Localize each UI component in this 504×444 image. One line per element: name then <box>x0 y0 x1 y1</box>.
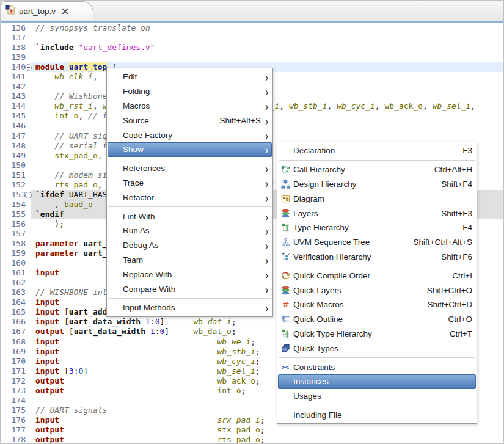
menu-item-edit[interactable]: Edit› <box>108 70 272 84</box>
line-number: 161 <box>1 268 27 278</box>
code-token: wb_clk_i <box>54 72 93 81</box>
tab-close-icon[interactable] <box>62 8 68 15</box>
tab-uart-top-v[interactable]: v uart_top.v <box>1 1 93 20</box>
menu-icon-slot <box>111 241 122 250</box>
menu-item-code-factory[interactable]: Code Factory› <box>108 128 272 142</box>
menu-item-quick-outline[interactable]: Quick OutlineCtrl+O <box>278 312 476 327</box>
code-token: input <box>35 268 59 277</box>
menu-item-type-hierarchy[interactable]: Type HierarchyF4 <box>278 220 476 235</box>
menu-icon-slot <box>111 269 122 279</box>
code-token: [ <box>59 366 69 376</box>
menu-item-label: Replace With <box>123 270 261 279</box>
layers-icon <box>281 285 292 295</box>
code-line-137[interactable]: 137 <box>1 33 503 43</box>
menu-item-replace-with[interactable]: Replace With› <box>108 267 272 282</box>
code-line-139[interactable]: 139 <box>1 53 503 62</box>
menu-item-constraints[interactable]: ><Constraints <box>278 360 476 374</box>
code-token: baud_o <box>64 200 93 209</box>
code-token: uart_data_width <box>74 327 145 336</box>
code-token: input <box>35 357 59 366</box>
code-token: ; <box>241 386 246 395</box>
code-token: 3 <box>69 366 74 376</box>
menu-item-label: Verification Hierarchy <box>293 252 433 261</box>
code-line-177[interactable]: 177output stx_pad_o; <box>1 425 503 435</box>
menu-item-including-file[interactable]: Including File <box>278 408 476 423</box>
line-number: 142 <box>1 82 27 92</box>
menu-item-quick-macros[interactable]: #Quick MacrosShift+Ctrl+D <box>278 297 476 312</box>
menu-item-input-methods[interactable]: Input Methods› <box>108 300 272 315</box>
menu-item-compare-with[interactable]: Compare With› <box>108 282 272 296</box>
line-number: 172 <box>1 376 27 386</box>
menu-item-layers[interactable]: LayersShift+F3 <box>278 206 476 220</box>
menu-item-shortcut: Ctrl+T <box>450 329 472 338</box>
tab-title: uart_top.v <box>19 7 56 16</box>
line-number: 164 <box>1 297 27 307</box>
menu-item-declaration[interactable]: DeclarationF3 <box>278 144 476 158</box>
menu-item-label: References <box>123 164 261 173</box>
code-token: : <box>155 327 160 336</box>
fold-collapse-icon[interactable] <box>25 64 32 71</box>
code-token: 1 <box>145 317 150 326</box>
code-token: rts_pad_o <box>54 180 97 189</box>
menu-item-diagram[interactable]: Diagram <box>278 191 476 206</box>
code-line-178[interactable]: 178output rts_pad_o; <box>1 435 503 444</box>
code-line-136[interactable]: 136// synopsys translate on <box>1 23 503 33</box>
menu-icon-slot <box>281 391 292 401</box>
menu-item-references[interactable]: References› <box>108 161 272 176</box>
menu-item-shortcut: Shift+Alt+S <box>219 116 261 125</box>
menu-item-shortcut: Shift+Ctrl+Alt+S <box>414 238 472 247</box>
menu-item-quick-layers[interactable]: Quick LayersShift+Ctrl+O <box>278 283 476 297</box>
menu-item-show[interactable]: Show› <box>108 142 272 157</box>
code-line-138[interactable]: 138`include "uart_defines.v" <box>1 43 503 53</box>
menu-item-quick-types[interactable]: Quick Types <box>278 341 476 355</box>
fold-column <box>27 101 31 111</box>
menu-item-lint-with[interactable]: Lint With› <box>108 209 272 224</box>
menu-item-uvm-sequence-tree[interactable]: UVM Sequence TreeShift+Ctrl+Alt+S <box>278 235 476 250</box>
submenu-arrow-icon: › <box>261 129 268 141</box>
menu-item-shortcut: Shift+F4 <box>441 180 472 189</box>
menu-icon-slot <box>111 101 122 111</box>
fold-column <box>27 239 31 249</box>
menu-icon-slot <box>111 87 122 96</box>
quick-compile-order-icon <box>281 271 292 280</box>
line-number: 165 <box>1 307 27 317</box>
line-number: 141 <box>1 72 27 82</box>
quick-outline-icon <box>281 315 292 324</box>
line-number: 174 <box>1 396 27 406</box>
menu-item-debug-as[interactable]: Debug As› <box>108 238 272 253</box>
menu-item-instances[interactable]: Instances <box>278 374 476 389</box>
code-token: input <box>35 415 59 424</box>
menu-item-label: Quick Outline <box>293 315 440 324</box>
menu-item-quick-type-hierarchy[interactable]: Quick Type HierarchyCtrl+T <box>278 327 476 341</box>
code-line-content: `include "uart_defines.v" <box>31 43 503 53</box>
code-token: - <box>145 327 150 336</box>
menu-item-call-hierarchy[interactable]: Call HierarchyCtrl+Alt+H <box>278 162 476 177</box>
line-number: 170 <box>1 357 27 366</box>
fold-column <box>27 415 31 425</box>
line-number: 153 <box>1 190 27 200</box>
submenu-arrow-icon: › <box>261 254 268 266</box>
code-token <box>35 180 54 189</box>
fold-collapse-icon[interactable] <box>25 192 32 198</box>
menu-item-trace[interactable]: Trace› <box>108 176 272 191</box>
menu-item-quick-compile-order[interactable]: Quick Compile OrderCtrl+I <box>278 268 476 283</box>
menu-item-macros[interactable]: Macros› <box>108 99 272 114</box>
menu-item-label: Type Hierarchy <box>293 223 454 232</box>
menu-item-run-as[interactable]: Run As› <box>108 224 272 238</box>
menu-item-label: Lint With <box>123 212 261 221</box>
code-token: srx_pad_i <box>217 415 260 424</box>
menu-item-source[interactable]: SourceShift+Alt+S› <box>108 113 272 128</box>
menu-item-verification-hierarchy[interactable]: Verification HierarchyShift+F6 <box>278 250 476 264</box>
menu-item-team[interactable]: Team› <box>108 253 272 267</box>
menu-item-label: Diagram <box>293 194 472 203</box>
menu-item-folding[interactable]: Folding› <box>108 84 272 99</box>
menu-item-design-hierarchy[interactable]: Design HierarchyShift+F4 <box>278 177 476 192</box>
menu-separator <box>108 298 271 299</box>
code-line-content <box>31 53 503 62</box>
code-token: wb_stb_i <box>289 101 327 111</box>
line-number: 171 <box>1 366 27 376</box>
menu-item-usages[interactable]: Usages <box>278 389 476 404</box>
menu-item-refactor[interactable]: Refactor› <box>108 190 272 205</box>
code-token: wb_sel_i <box>433 101 471 111</box>
code-token: `endif <box>35 209 64 219</box>
